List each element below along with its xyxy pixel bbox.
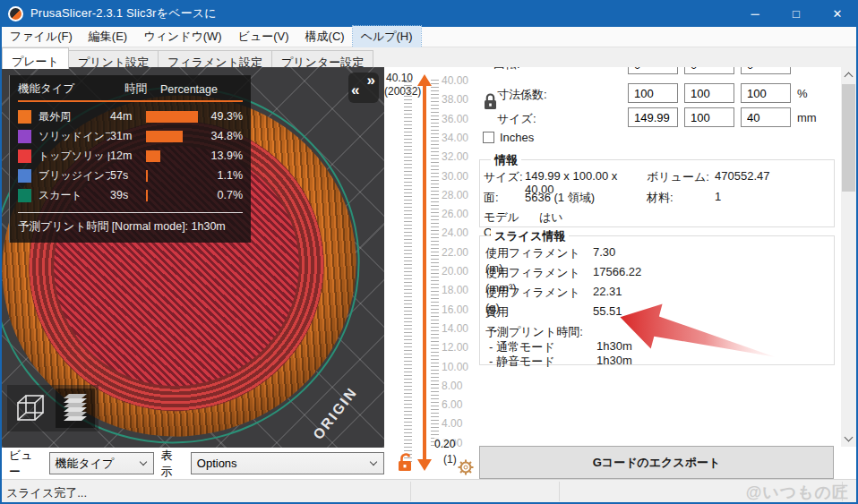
scale-x-field[interactable] — [628, 83, 678, 103]
feature-percentage: 49.3% — [202, 110, 243, 123]
view-mode-buttons — [7, 385, 99, 431]
info-materials-value: 1 — [715, 190, 831, 206]
cost-label: 費用 — [485, 304, 593, 320]
watermark-text: @いつもの匠 — [746, 482, 849, 503]
chevron-down-icon — [370, 458, 377, 466]
uniform-scale-lock-icon[interactable] — [483, 92, 498, 114]
layer-slider: 40.10 (20032) 40.0038.0036.0034.0032.003… — [384, 67, 479, 479]
legend-divider — [18, 100, 243, 102]
feature-percentage: 13.9% — [202, 149, 243, 162]
feature-bar — [146, 190, 202, 201]
show-options-value: Options — [197, 457, 365, 470]
feature-time: 39s — [110, 189, 146, 201]
legend-row-top-solid-infill: トップソリッドインフィル 12m 13.9% — [18, 146, 243, 166]
slider-tick-labels: 40.0038.0036.0034.0032.0030.0028.0026.00… — [442, 74, 479, 450]
show-label: 表示 — [161, 448, 184, 480]
feature-bar — [146, 131, 202, 142]
slider-lower-handle[interactable] — [417, 459, 432, 471]
size-z-field[interactable] — [741, 107, 791, 127]
scroll-down-button[interactable] — [841, 431, 856, 447]
layers-icon — [57, 390, 93, 426]
app-window: PrusaSlicer-2.3.1 Slic3rをベースに ─ □ ✕ ファイル… — [0, 0, 858, 504]
tab-print-settings[interactable]: プリント設定 — [68, 50, 159, 69]
slider-tick-label: 30.00 — [442, 170, 468, 183]
maximize-button[interactable]: □ — [776, 0, 817, 27]
cube-icon — [13, 390, 48, 426]
chevron-up-icon — [845, 73, 854, 81]
slider-tick-label: 26.00 — [442, 208, 468, 220]
export-gcode-button[interactable]: Gコードのエクスポート — [479, 446, 834, 479]
minimize-button[interactable]: ─ — [734, 0, 776, 27]
stealth-mode-value: 1h30m — [596, 354, 833, 370]
slider-tick-label: 6.00 — [442, 398, 462, 411]
legend-footer-divider — [18, 212, 243, 213]
print-time-label: 予測プリント時間: — [485, 324, 593, 340]
layers-view-button[interactable] — [56, 389, 95, 428]
legend-header-time: 時間 — [124, 81, 160, 97]
3d-viewport[interactable]: ORIGIN 機能タイプ 時間 Percentage 最外周 44m 49.3%… — [2, 67, 384, 448]
legend-header-type: 機能タイプ — [18, 81, 124, 97]
scale-z-field[interactable] — [741, 83, 791, 103]
chevron-left-icon: « — [351, 81, 359, 99]
info-groupbox: 情報 サイズ: 149.99 x 100.00 x 40.00 ボリューム: 4… — [479, 159, 835, 227]
view-mode-dropdown[interactable]: 機能タイプ — [49, 452, 154, 474]
window-title: PrusaSlicer-2.3.1 Slic3rをベースに — [30, 5, 217, 21]
feature-label: ブリッジインフィル — [39, 168, 110, 184]
feature-color-swatch — [18, 169, 31, 183]
close-button[interactable]: ✕ — [817, 0, 858, 27]
scale-y-field[interactable] — [684, 83, 734, 103]
panel-scrollbar[interactable] — [841, 67, 856, 447]
legend-row-skirt: スカート 39s 0.7% — [18, 185, 243, 205]
info-materials-label: 材料: — [647, 190, 715, 206]
slider-tick-label: 10.00 — [442, 361, 468, 373]
feature-time: 44m — [110, 110, 146, 123]
size-x-field[interactable] — [628, 107, 678, 127]
scrollbar-thumb[interactable] — [842, 84, 855, 192]
feature-bar — [146, 170, 202, 182]
slider-upper-handle[interactable] — [417, 74, 432, 86]
info-facets-value: 5636 (1 領域) — [525, 190, 647, 206]
scroll-up-button[interactable] — [841, 67, 856, 82]
menu-help[interactable]: ヘルプ(H) — [353, 26, 421, 47]
gear-icon[interactable] — [458, 459, 474, 478]
feature-time: 31m — [110, 130, 146, 142]
3d-view-button[interactable] — [11, 389, 50, 428]
size-y-field[interactable] — [684, 107, 734, 127]
unlock-icon[interactable] — [396, 452, 416, 476]
rotation-y-field[interactable] — [684, 67, 734, 74]
prusaslicer-logo-icon — [8, 6, 23, 21]
collapse-sidebar-button[interactable]: » « — [348, 73, 379, 103]
tab-plater[interactable]: プレート — [2, 47, 69, 69]
legend-header-percentage: Percentage — [160, 83, 243, 96]
menu-view[interactable]: ビュー(V) — [230, 26, 297, 47]
inches-label: Inches — [500, 131, 534, 144]
menu-window[interactable]: ウィンドウ(W) — [135, 26, 229, 47]
menu-configuration[interactable]: 構成(C) — [297, 26, 353, 47]
rotation-x-field[interactable] — [628, 67, 678, 74]
status-separator — [559, 482, 560, 501]
scale-unit: % — [797, 87, 808, 100]
tab-filament-settings[interactable]: フィラメント設定 — [158, 50, 272, 69]
legend-row-external-perimeter: 最外周 44m 49.3% — [18, 107, 243, 126]
feature-percentage: 0.7% — [202, 189, 243, 201]
slider-tick-label: 12.00 — [442, 341, 468, 354]
menu-edit[interactable]: 編集(E) — [81, 26, 135, 47]
rotation-z-field[interactable] — [741, 67, 791, 74]
feature-color-swatch — [18, 130, 31, 143]
slider-track[interactable] — [423, 85, 426, 459]
info-facets-label: 面: — [484, 190, 525, 206]
size-unit: mm — [797, 111, 817, 124]
slider-tick-label: 28.00 — [442, 189, 468, 201]
view-mode-value: 機能タイプ — [56, 456, 135, 472]
tab-printer-settings[interactable]: プリンター設定 — [271, 50, 373, 69]
menu-file[interactable]: ファイル(F) — [2, 26, 81, 47]
show-options-dropdown[interactable]: Options — [191, 452, 384, 474]
stealth-mode-label: - 静音モード — [489, 354, 596, 370]
status-bar: スライス完了... @いつもの匠 — [2, 479, 856, 502]
sliced-info-groupbox: スライス情報 使用フィラメント(m) 7.30 使用フィラメント (mm³) 1… — [479, 235, 835, 365]
slider-tick-label: 22.00 — [442, 246, 468, 259]
menu-bar: ファイル(F) 編集(E) ウィンドウ(W) ビュー(V) 構成(C) ヘルプ(… — [2, 27, 856, 47]
inches-checkbox[interactable] — [483, 132, 494, 143]
chevron-right-icon: » — [367, 72, 375, 90]
feature-time: 12m — [110, 149, 146, 162]
